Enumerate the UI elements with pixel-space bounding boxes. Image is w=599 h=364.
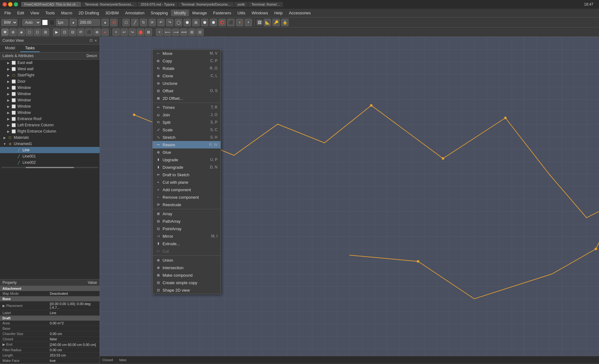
value-input[interactable] bbox=[78, 19, 100, 26]
tb2-btn3[interactable]: ◈ bbox=[17, 28, 25, 36]
menu-fasteners[interactable]: Fasteners bbox=[210, 10, 234, 16]
ctx-extrude[interactable]: ⬆ Extrude... bbox=[153, 240, 221, 247]
ctx-cutplane[interactable]: + Cut with plane bbox=[153, 178, 221, 186]
color-btn2[interactable] bbox=[49, 20, 55, 25]
menu-edit[interactable]: Edit bbox=[14, 10, 27, 16]
tab-yorik[interactable]: yorik bbox=[234, 2, 248, 7]
tree-item-window2[interactable]: ▶ ⬜ Window bbox=[0, 91, 100, 97]
tb-btn15[interactable]: • bbox=[245, 19, 252, 26]
menu-view[interactable]: View bbox=[27, 10, 42, 16]
tree-item-line001[interactable]: ╱ Line001 bbox=[0, 153, 100, 159]
up-btn[interactable]: ▲ bbox=[70, 19, 77, 26]
tb2-btn20[interactable]: ⟵ bbox=[164, 28, 171, 36]
prop-row-closed[interactable]: Closed false bbox=[0, 337, 100, 342]
tab-terminal2[interactable]: Terminal: /home/yorik/Docume... bbox=[178, 2, 234, 7]
ctx-compound[interactable]: ⊞ Make compound bbox=[153, 271, 221, 279]
ctx-intersection[interactable]: ⊗ Intersection bbox=[153, 264, 221, 271]
ctx-pointarray[interactable]: ⊡ PointArray bbox=[153, 225, 221, 232]
menu-macro[interactable]: Macro bbox=[58, 10, 75, 16]
stop-btn[interactable]: ⊘ bbox=[110, 19, 118, 26]
ctx-downgrade[interactable]: ⬇ Downgrade D, N bbox=[153, 163, 221, 171]
ctx-scale[interactable]: ⤢ Scale S, C bbox=[153, 126, 221, 133]
tb2-btn9[interactable]: ⊟ bbox=[69, 28, 76, 36]
tree-item-line[interactable]: ╱ Line bbox=[0, 147, 100, 153]
menu-help[interactable]: Help bbox=[271, 10, 286, 16]
ctx-glue[interactable]: ⊛ Glue bbox=[153, 148, 221, 156]
menu-2ddrafting[interactable]: 2D Drafting bbox=[75, 10, 102, 16]
tb-btn14[interactable]: 🔸 bbox=[236, 19, 243, 26]
tree-item-rightcolumn[interactable]: ▶ ⬜ Right Entrance Column bbox=[0, 128, 100, 134]
tb2-btn5[interactable]: ⟨⟩ bbox=[34, 28, 41, 36]
tb-btn8[interactable]: ⬟ bbox=[183, 19, 191, 26]
tree-item-window4[interactable]: ▶ ⬜ Window bbox=[0, 103, 100, 109]
tab-freecad[interactable]: FreeCAD/FreeCAD: This is the of... bbox=[21, 2, 81, 7]
tab-typora[interactable]: 2019-075.md - Typora bbox=[138, 2, 178, 7]
menu-3dbim[interactable]: 3D/BIM bbox=[102, 10, 122, 16]
tb-btn7[interactable]: ◯ bbox=[175, 19, 182, 26]
prop-row-mapmode[interactable]: Map Mode Deactivated bbox=[0, 291, 100, 296]
view-select[interactable]: Auto bbox=[22, 19, 41, 26]
tb-btn18[interactable]: 🔑 bbox=[272, 19, 280, 26]
tb2-btn15[interactable]: ↩ bbox=[120, 28, 128, 36]
tb2-btn16[interactable]: ↪ bbox=[129, 28, 136, 36]
menu-snapping[interactable]: Snapping bbox=[148, 10, 171, 16]
tb2-btn7[interactable]: ▶ bbox=[53, 28, 60, 36]
tb2-btn21[interactable]: ⟶ bbox=[172, 28, 179, 36]
ctx-offset[interactable]: ⊟ Offset O, S bbox=[153, 87, 221, 95]
viewport[interactable]: ↔ Move M, V ⧉ Copy C, P ↻ Rotate R, O bbox=[100, 37, 599, 363]
tb2-btn12[interactable]: ⊕ bbox=[93, 28, 101, 36]
ctx-patharray[interactable]: ⊟ PathArray bbox=[153, 217, 221, 225]
tab-model[interactable]: Model bbox=[0, 45, 20, 52]
tab-tasks[interactable]: Tasks bbox=[20, 45, 40, 52]
menu-accessories[interactable]: Accessories bbox=[286, 10, 314, 16]
tb2-btn2[interactable]: ⊕ bbox=[9, 28, 17, 36]
prop-row-length[interactable]: Length 253.53 cm bbox=[0, 353, 100, 358]
ctx-stretch[interactable]: ⤡ Stretch S, H bbox=[153, 133, 221, 141]
tree-item-westwall[interactable]: ▶ ⬜ West wall bbox=[0, 66, 100, 72]
menu-manage[interactable]: Manage bbox=[189, 10, 210, 16]
tb2-btn18[interactable]: ⊠ bbox=[145, 28, 152, 36]
linewidth-input[interactable] bbox=[56, 19, 68, 26]
tb-btn6[interactable]: ↷ bbox=[166, 19, 173, 26]
tb-btn12[interactable]: ⭕ bbox=[218, 19, 226, 26]
tb2-btn10[interactable]: ⟳ bbox=[77, 28, 85, 36]
tb2-btn13[interactable]: ● bbox=[101, 28, 109, 36]
value-up[interactable]: ▲ bbox=[101, 19, 109, 26]
tb2-btn19[interactable]: + bbox=[156, 28, 163, 36]
ctx-reextrude[interactable]: ⟳ Reextrude bbox=[153, 201, 221, 208]
ctx-join[interactable]: ⊔ Join J, O bbox=[153, 111, 221, 119]
ctx-upgrade[interactable]: ⬆ Upgrade U, P bbox=[153, 156, 221, 163]
tb-btn1[interactable]: ⬡ bbox=[122, 19, 130, 26]
tree-item-line002[interactable]: ╱ Line002 bbox=[0, 159, 100, 166]
minimize-button[interactable]: – bbox=[8, 2, 12, 7]
ctx-simplecopy[interactable]: ⊟ Create simple copy bbox=[153, 279, 221, 286]
tb-btn9[interactable]: ⊞ bbox=[192, 19, 200, 26]
menu-tools[interactable]: Tools bbox=[42, 10, 58, 16]
workspace-select[interactable]: BIM bbox=[1, 19, 17, 26]
tb2-btn23[interactable]: ⊞ bbox=[188, 28, 196, 36]
ctx-shape2d[interactable]: ⊡ Shape 2D view bbox=[153, 286, 221, 294]
combo-close-btn[interactable]: × bbox=[95, 38, 97, 43]
ctx-copy[interactable]: ⧉ Copy C, P bbox=[153, 57, 221, 65]
tb-btn2[interactable]: ╱ bbox=[131, 19, 139, 26]
ctx-move[interactable]: ↔ Move M, V bbox=[153, 50, 221, 57]
tree-item-door[interactable]: ▶ ⬜ Door bbox=[0, 78, 100, 85]
color-btn[interactable] bbox=[42, 20, 48, 25]
ctx-mirror[interactable]: ⊣ Mirror M, I bbox=[153, 232, 221, 240]
tb-btn11[interactable]: ⬣ bbox=[210, 19, 217, 26]
tb-btn5[interactable]: ↶ bbox=[157, 19, 165, 26]
tb2-btn8[interactable]: ⊡ bbox=[61, 28, 68, 36]
ctx-draft2sketch[interactable]: ✏ Draft to Sketch bbox=[153, 171, 221, 178]
ctx-clone[interactable]: ⊕ Clone C, L bbox=[153, 72, 221, 80]
tb-btn19[interactable]: 🔒 bbox=[281, 19, 289, 26]
menu-modify[interactable]: Modify bbox=[171, 10, 189, 16]
tree-item-leftcolumn[interactable]: ▶ ⬜ Left Entrance Column bbox=[0, 122, 100, 128]
combo-detach[interactable]: ⊡ bbox=[90, 38, 93, 43]
tb-btn16[interactable]: 🖼 bbox=[257, 20, 262, 25]
ctx-removecomp[interactable]: − Remove component bbox=[153, 193, 221, 201]
tb-btn13[interactable]: ⬛ bbox=[227, 19, 235, 26]
tb-btn3[interactable]: ↻ bbox=[140, 19, 147, 26]
tree-item-entranceroof[interactable]: ▶ ⬜ Entrance Roof bbox=[0, 116, 100, 122]
tree-item-window3[interactable]: ▶ ⬜ Window bbox=[0, 97, 100, 103]
tb2-btn11[interactable]: ⬛ bbox=[85, 28, 93, 36]
